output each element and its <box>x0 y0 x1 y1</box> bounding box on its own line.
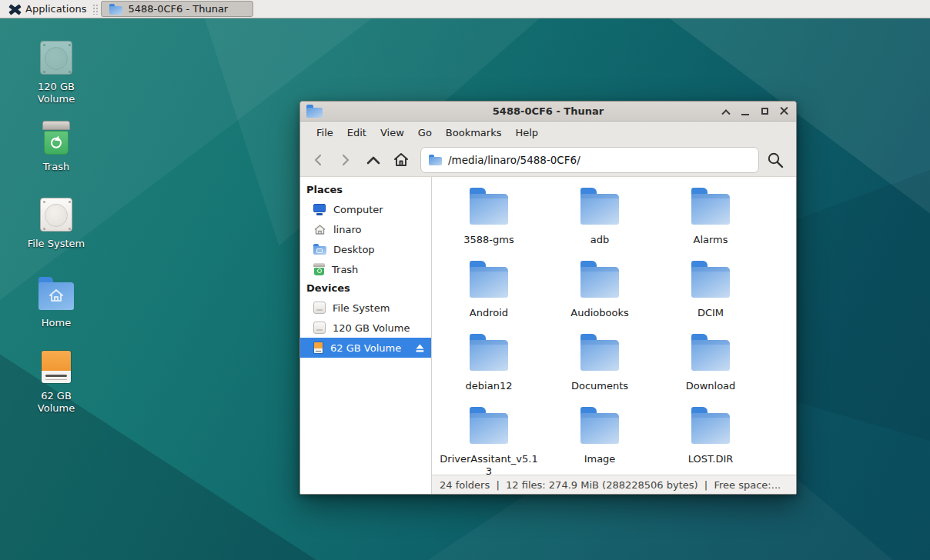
chevron-right-icon <box>340 154 351 166</box>
drive-icon <box>313 302 326 314</box>
sidebar-item-62gb-volume[interactable]: 62 GB Volume <box>300 338 431 358</box>
desktop-icon-home[interactable]: Home <box>21 275 92 329</box>
home-button[interactable] <box>388 148 414 172</box>
folder-item-audiobooks[interactable]: Audiobooks <box>544 261 655 334</box>
menu-bookmarks[interactable]: Bookmarks <box>439 124 509 142</box>
minimize-icon <box>741 114 749 115</box>
folder-label: debian12 <box>466 380 513 392</box>
sidebar-item-computer[interactable]: Computer <box>300 199 431 219</box>
folder-icon <box>691 334 730 371</box>
desktop-folder-icon <box>313 244 326 255</box>
folder-label: Alarms <box>693 234 728 246</box>
drive-icon <box>40 41 72 75</box>
menu-file[interactable]: File <box>309 124 340 142</box>
folder-label: DriverAssitant_v5.1 3 <box>440 453 537 475</box>
desktop-icon-file-system[interactable]: File System <box>21 198 92 250</box>
folder-icon <box>470 261 508 298</box>
file-icon-view[interactable]: 3588-gms adb Alarms Android <box>432 177 796 475</box>
forward-button[interactable] <box>333 148 359 172</box>
folder-item-debian12[interactable]: debian12 <box>433 334 544 407</box>
desktop: 120 GB Volume Trash File System Home <box>0 18 930 560</box>
home-icon <box>313 224 326 235</box>
toolbar: /media/linaro/5488-0CF6/ <box>300 143 796 177</box>
sidebar-item-desktop[interactable]: Desktop <box>300 239 431 259</box>
thunar-window: 5488-0CF6 - Thunar File Edit View Go Boo… <box>299 101 797 495</box>
folder-item-alarms[interactable]: Alarms <box>655 188 766 261</box>
sidebar-item-120gb-volume[interactable]: 120 GB Volume <box>300 318 431 338</box>
menu-edit[interactable]: Edit <box>340 124 373 142</box>
folder-icon <box>691 188 730 225</box>
folder-item-documents[interactable]: Documents <box>544 334 655 407</box>
close-icon <box>780 107 788 115</box>
search-button[interactable] <box>761 146 790 174</box>
maximize-icon <box>761 108 768 115</box>
folder-item-3588-gms[interactable]: 3588-gms <box>433 188 544 261</box>
close-button[interactable] <box>778 105 790 118</box>
sidebar: Places Computer linaro <box>300 177 432 494</box>
folder-item-download[interactable]: Download <box>655 334 766 407</box>
home-folder-icon <box>38 275 74 311</box>
folder-label: Image <box>584 453 616 465</box>
menu-go[interactable]: Go <box>411 124 439 142</box>
shade-button[interactable] <box>720 105 732 118</box>
desktop-icon-trash[interactable]: Trash <box>21 121 92 173</box>
folder-label: DCIM <box>698 307 724 319</box>
path-field[interactable]: /media/linaro/5488-0CF6/ <box>420 147 759 173</box>
menu-view[interactable]: View <box>373 124 411 142</box>
folder-label: adb <box>590 234 609 246</box>
devices-header: Devices <box>300 279 431 298</box>
folder-item-android[interactable]: Android <box>433 261 544 334</box>
sd-card-icon <box>313 342 323 354</box>
up-button[interactable] <box>360 148 386 172</box>
folder-label: Documents <box>571 380 628 392</box>
desktop-icon-62gb-volume[interactable]: 62 GB Volume <box>21 350 92 415</box>
desktop-icon-label: 120 GB Volume <box>38 81 75 105</box>
folder-item-dcim[interactable]: DCIM <box>655 261 766 334</box>
titlebar[interactable]: 5488-0CF6 - Thunar <box>300 102 796 122</box>
folder-icon <box>470 188 508 225</box>
folder-label: Download <box>686 380 736 392</box>
folder-label: LOST.DIR <box>688 453 734 465</box>
applications-menu-button[interactable]: Applications <box>5 0 91 18</box>
desktop-icon-label: 62 GB Volume <box>38 390 75 415</box>
folder-icon <box>580 407 619 444</box>
menubar: File Edit View Go Bookmarks Help <box>300 122 796 143</box>
folder-label: Audiobooks <box>570 307 628 319</box>
taskbar-window-label: 5488-0CF6 - Thunar <box>128 3 228 15</box>
back-button[interactable] <box>305 148 331 172</box>
folder-label: 3588-gms <box>463 234 514 246</box>
menu-help[interactable]: Help <box>508 124 545 142</box>
tasklist-handle <box>92 4 98 15</box>
xfce-logo-icon <box>9 4 21 15</box>
window-title: 5488-0CF6 - Thunar <box>393 105 704 117</box>
folder-item-image[interactable]: Image <box>544 407 655 475</box>
taskbar-window-button[interactable]: 5488-0CF6 - Thunar <box>101 1 253 17</box>
maximize-button[interactable] <box>758 105 771 118</box>
desktop-icon-120gb-volume[interactable]: 120 GB Volume <box>21 41 92 105</box>
folder-icon <box>470 334 508 371</box>
search-icon <box>766 151 784 169</box>
folder-icon <box>691 261 730 298</box>
minimize-button[interactable] <box>739 105 751 118</box>
applications-label: Applications <box>25 3 86 15</box>
sd-card-icon <box>41 350 72 384</box>
sidebar-item-file-system[interactable]: File System <box>300 298 431 318</box>
statusbar: 24 folders | 12 files: 274.9 MiB (288228… <box>432 475 796 494</box>
trash-icon <box>41 121 72 155</box>
eject-icon[interactable] <box>415 343 425 353</box>
sidebar-item-trash[interactable]: Trash <box>300 259 431 279</box>
folder-item-lost-dir[interactable]: LOST.DIR <box>655 407 766 475</box>
chevron-up-icon <box>721 109 730 118</box>
desktop-icon-label: File System <box>28 238 85 250</box>
desktop-icon-label: Home <box>42 317 71 329</box>
places-header: Places <box>300 181 431 199</box>
folder-item-adb[interactable]: adb <box>544 188 655 261</box>
folder-icon <box>580 334 619 371</box>
chevron-up-icon <box>366 155 380 165</box>
folder-item-driverassitant[interactable]: DriverAssitant_v5.1 3 <box>433 407 544 475</box>
sidebar-item-linaro[interactable]: linaro <box>300 219 431 239</box>
drive-icon <box>40 198 72 232</box>
computer-icon <box>313 204 326 215</box>
chevron-left-icon <box>313 154 323 166</box>
path-text: /media/linaro/5488-0CF6/ <box>448 154 580 166</box>
